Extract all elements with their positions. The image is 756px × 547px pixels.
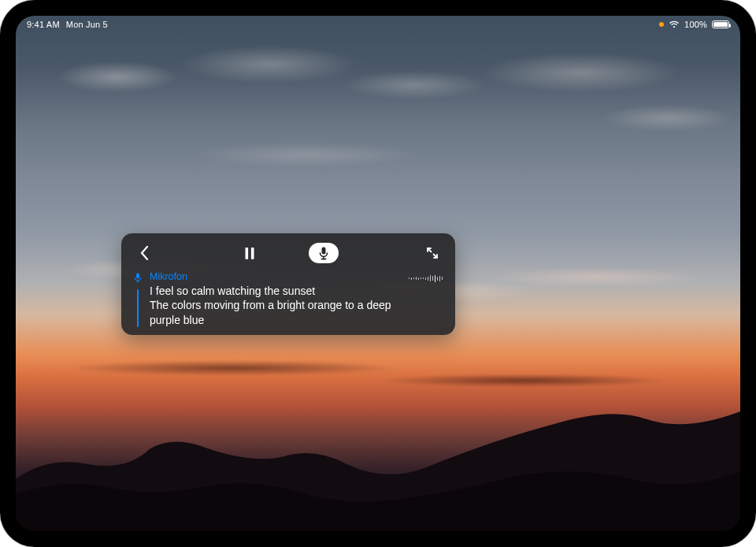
ipad-screen: 9:41 AM Mon Jun 5 100% bbox=[16, 16, 740, 531]
caption-source-label: Mikrofon bbox=[150, 271, 444, 282]
sky-clouds-upper bbox=[16, 32, 740, 238]
status-time: 9:41 AM bbox=[27, 20, 60, 29]
audio-waveform-icon bbox=[409, 274, 443, 282]
caption-line: I feel so calm watching the sunset bbox=[150, 284, 444, 298]
ipad-device-frame: 9:41 AM Mon Jun 5 100% bbox=[0, 0, 756, 547]
svg-rect-1 bbox=[251, 247, 254, 259]
speaker-indicator bbox=[132, 271, 143, 327]
back-button[interactable] bbox=[132, 241, 156, 265]
caption-line: The colors moving from a bright orange t… bbox=[150, 298, 444, 312]
live-captions-panel[interactable]: Mikrofon I feel so calm watching the sun… bbox=[121, 233, 455, 335]
battery-icon bbox=[712, 20, 729, 28]
battery-percent: 100% bbox=[684, 20, 707, 29]
svg-rect-2 bbox=[322, 247, 326, 254]
mic-active-dot-icon bbox=[659, 22, 664, 27]
sky-clouds-dark bbox=[16, 335, 740, 418]
microphone-source-icon bbox=[134, 272, 142, 286]
caption-transcript: I feel so calm watching the sunset The c… bbox=[150, 284, 444, 327]
wifi-icon bbox=[669, 20, 680, 28]
status-bar: 9:41 AM Mon Jun 5 100% bbox=[16, 17, 740, 32]
expand-button[interactable] bbox=[421, 241, 444, 265]
status-date: Mon Jun 5 bbox=[66, 20, 108, 29]
svg-rect-5 bbox=[136, 274, 139, 279]
microphone-button[interactable] bbox=[309, 243, 339, 263]
caption-line: purple blue bbox=[150, 313, 444, 327]
pause-button[interactable] bbox=[238, 241, 261, 265]
panel-controls bbox=[129, 240, 447, 266]
foreground-rocks bbox=[16, 367, 740, 531]
svg-rect-0 bbox=[246, 247, 249, 259]
